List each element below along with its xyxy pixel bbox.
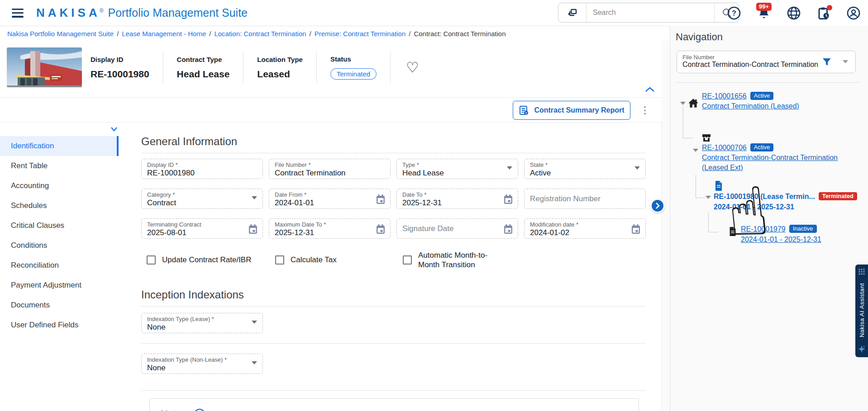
stat-label: Contract Type [177, 56, 230, 63]
sidebar-item-user-defined-fields[interactable]: User Defined Fields [0, 315, 119, 335]
automatic-mtm-checkbox[interactable]: Automatic Month-to-Month Transition [403, 250, 509, 269]
tree-node-dates-selected[interactable]: 2024-01-01 - 2025-12-31 [714, 203, 794, 211]
date-to-field[interactable]: Date To * 2025-12-31 [396, 189, 518, 209]
breadcrumb-separator: / [310, 30, 311, 38]
calendar-icon[interactable] [631, 224, 641, 236]
filter-dropdown-arrow-icon[interactable] [843, 60, 848, 63]
file-number-field[interactable]: File Number * Contract Termination [269, 159, 391, 179]
contract-summary-report-button[interactable]: ? Contract Summary Report [513, 101, 630, 120]
tree-node-name-link[interactable]: (Leased Ext) [702, 164, 743, 171]
sidebar-item-critical-clauses[interactable]: Critical Clauses [0, 216, 119, 236]
tree-node-id-link[interactable]: RE-10001656 [702, 92, 747, 100]
calendar-icon[interactable] [503, 224, 513, 236]
sidebar-item-conditions[interactable]: Conditions [0, 236, 119, 255]
divider [141, 343, 646, 344]
modification-date-field[interactable]: Modification date * 2024-01-02 [524, 218, 646, 239]
expand-panel-chevron-right-button[interactable] [650, 198, 665, 213]
filter-funnel-icon[interactable] [822, 57, 832, 69]
sidebar-item-label: Schedules [11, 201, 47, 210]
divider [141, 390, 646, 391]
calendar-icon[interactable] [248, 224, 258, 236]
contract-header: Display ID RE-10001980 Contract Type Hea… [0, 41, 662, 97]
tree-node-dates-link[interactable]: 2024-01-01 - 2025-12-31 [741, 236, 821, 243]
field-value: 2025-08-01 [147, 228, 257, 237]
sidebar-item-accounting[interactable]: Accounting [0, 176, 119, 196]
section-title-general-information: General Information [141, 135, 646, 148]
tasks-clipboard-icon[interactable] [816, 6, 831, 20]
document-icon [728, 227, 737, 236]
file-number-filter[interactable]: File Number Contract Termination-Contrac… [677, 51, 856, 73]
sidebar-item-reconciliation[interactable]: Reconciliation [0, 255, 119, 275]
report-icon: ? [519, 105, 529, 116]
sidebar-item-label: Documents [11, 301, 50, 310]
global-search[interactable] [558, 3, 739, 23]
terminating-contract-field[interactable]: Terminating Contract 2025-08-01 [141, 218, 263, 239]
tree-node-id-selected[interactable]: RE-10001980 (Lease Termin... [714, 193, 815, 200]
status-badge-inactive: Inactive [789, 225, 817, 233]
state-select[interactable]: State * Active [524, 159, 646, 179]
breadcrumb-link-home[interactable]: Nakisa Portfolio Management Suite [7, 30, 114, 38]
date-from-field[interactable]: Date From * 2024-01-01 [269, 189, 391, 209]
notifications-bell-icon[interactable]: 99+ [757, 6, 771, 20]
tree-node-premise: RE-10000706Active Contract Termination-C… [670, 130, 865, 172]
checkbox-label: Update Contract Rate/IBR [162, 255, 251, 265]
field-value: Head Lease [402, 168, 512, 178]
more-options-kebab-icon[interactable]: ⋮ [639, 102, 651, 119]
home-icon [687, 97, 699, 109]
indexation-type-nonlease-select[interactable]: Indexation Type (Non-Lease) * None [141, 354, 263, 374]
signature-date-field[interactable]: Signature Date [396, 218, 518, 239]
sidebar-item-label: Critical Clauses [11, 221, 64, 230]
breadcrumb-link-location[interactable]: Location: Contract Termination [214, 30, 306, 38]
brand-suite: Portfolio Management Suite [108, 6, 248, 19]
type-select[interactable]: Type * Head Lease [396, 159, 518, 179]
favorite-heart-icon[interactable]: ♡ [406, 60, 419, 75]
sidebar-item-payment-adjustment[interactable]: Payment Adjustment [0, 275, 119, 295]
sidebar-item-label: Accounting [11, 181, 49, 190]
sidebar-item-rent-table[interactable]: Rent Table [0, 156, 119, 176]
tree-caret-down-icon[interactable] [680, 102, 686, 105]
dropdown-arrow-icon [252, 321, 257, 324]
tree-node-name-link[interactable]: Contract Termination-Contract Terminatio… [702, 154, 838, 161]
tree-caret-down-icon[interactable] [693, 149, 698, 152]
add-note-plus-icon[interactable] [194, 408, 205, 411]
calendar-icon[interactable] [376, 194, 386, 207]
sidebar-item-schedules[interactable]: Schedules [0, 196, 119, 216]
update-contract-rate-checkbox[interactable]: Update Contract Rate/IBR [147, 255, 251, 265]
tree-node-name-link[interactable]: Contract Termination (Leased) [702, 102, 799, 110]
registration-number-field[interactable]: Registration Number [524, 189, 646, 209]
sparkle-icon [858, 345, 865, 353]
calendar-icon[interactable] [503, 194, 513, 207]
sidebar-item-identification[interactable]: Identification [0, 136, 119, 156]
collapse-header-chevron-up-icon[interactable] [644, 86, 655, 94]
account-icon[interactable] [846, 6, 861, 20]
maximum-date-to-field[interactable]: Maximum Date To * 2025-12-31 [269, 218, 391, 239]
dropdown-arrow-icon [252, 361, 257, 364]
sidebar-item-documents[interactable]: Documents [0, 295, 119, 315]
help-icon[interactable]: ? [727, 6, 741, 20]
tree-caret-down-icon[interactable] [706, 196, 711, 199]
stat-display-id: Display ID RE-10001980 [91, 56, 163, 80]
breadcrumb-link-premise[interactable]: Premise: Contract Termination [315, 30, 405, 38]
stat-location-type: Location Type Leased [243, 56, 316, 80]
navigation-panel: Navigation File Number Contract Terminat… [670, 26, 868, 411]
tree-node-location: RE-10001656Active Contract Termination (… [670, 92, 865, 110]
nakisa-ai-assistant-tab[interactable]: Nakisa AI Assistant [855, 265, 868, 357]
globe-icon[interactable] [787, 6, 801, 20]
category-select[interactable]: Category * Contract [141, 189, 263, 209]
stat-contract-type: Contract Type Head Lease [163, 56, 243, 80]
display-id-field[interactable]: Display ID * RE-10001980 [141, 159, 263, 179]
tree-node-id-link[interactable]: RE-10000706 [702, 144, 747, 151]
tree-node-id-link[interactable]: RE-10001979 [741, 225, 786, 233]
menu-icon[interactable] [12, 9, 24, 18]
search-input[interactable] [587, 3, 714, 22]
breadcrumb-link-lease-mgmt[interactable]: Lease Management - Home [122, 30, 206, 38]
search-scope-icon[interactable] [558, 3, 587, 22]
sidebar-item-label: User Defined Fields [11, 321, 78, 330]
calendar-icon[interactable] [376, 224, 386, 236]
status-badge-terminated: Terminated [819, 192, 857, 200]
indexation-type-lease-select[interactable]: Indexation Type (Lease) * None [141, 313, 263, 333]
app-title: NAKISA® Portfolio Management Suite [36, 6, 248, 20]
contract-stats: Display ID RE-10001980 Contract Type Hea… [91, 49, 419, 86]
calculate-tax-checkbox[interactable]: Calculate Tax [275, 255, 337, 265]
dropdown-arrow-icon [252, 196, 257, 199]
